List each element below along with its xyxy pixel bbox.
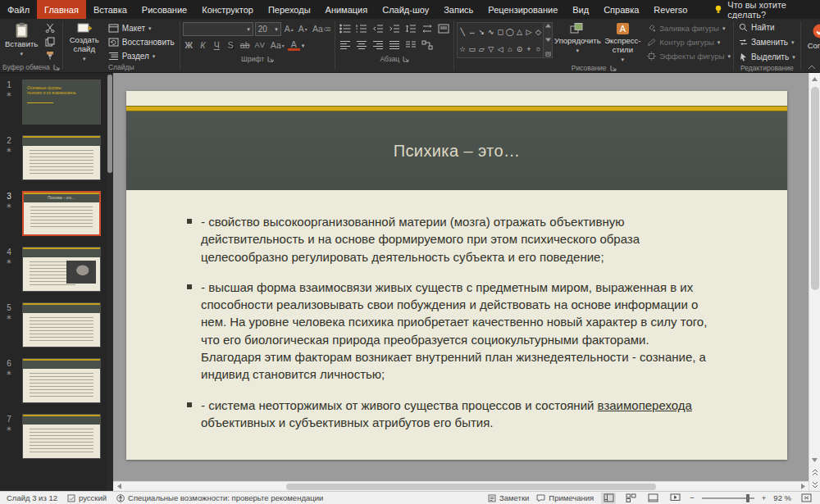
font-size-combobox[interactable]: 20▾ <box>255 22 281 36</box>
shape-parallelogram-icon[interactable]: ▱ <box>479 45 485 53</box>
justify-button[interactable] <box>387 39 402 52</box>
dialog-launcher-icon[interactable] <box>403 56 409 62</box>
bullet-item-1[interactable]: - свойство высокоорганизованной материи … <box>187 213 712 266</box>
zoom-level[interactable]: 92 % <box>773 493 791 502</box>
arrange-button[interactable]: Упорядочить ▾ <box>555 20 599 64</box>
scroll-down-icon[interactable] <box>809 454 820 466</box>
tab-transitions[interactable]: Переходы <box>261 0 318 19</box>
shape-star-icon[interactable]: ☆ <box>459 45 466 53</box>
slide-thumbnail-1[interactable]: Основные формы психики и их взаимосвязь <box>22 79 101 125</box>
tab-insert[interactable]: Вставка <box>86 0 134 19</box>
reset-slide-button[interactable]: Восстановить <box>106 35 177 48</box>
grow-font-button[interactable]: А▴ <box>283 22 295 35</box>
copy-button[interactable] <box>43 35 57 48</box>
shape-curve-icon[interactable]: ∿ <box>488 28 494 36</box>
notes-toggle[interactable]: Заметки <box>488 493 529 502</box>
fit-to-window-button[interactable] <box>799 493 813 504</box>
clear-formatting-button[interactable]: Аа⌫ <box>311 22 332 35</box>
text-direction-button[interactable] <box>420 22 435 35</box>
quick-styles-button[interactable]: A Экспресс-стили ▾ <box>602 20 643 64</box>
slide-thumbnail-4[interactable] <box>22 247 101 292</box>
change-case-button[interactable]: Аа▾ <box>269 39 286 52</box>
section-button[interactable]: Раздел▾ <box>106 49 177 62</box>
language-indicator[interactable]: русский <box>67 493 107 502</box>
align-text-button[interactable] <box>436 22 451 35</box>
tab-animations[interactable]: Анимация <box>318 0 376 19</box>
slideshow-view-button[interactable] <box>667 493 682 504</box>
normal-view-button[interactable] <box>601 493 616 504</box>
shape-arrow-diag-icon[interactable]: ↘ <box>478 28 485 36</box>
select-button[interactable]: Выделить▾ <box>736 50 798 63</box>
shape-line-icon[interactable]: ╲ <box>460 28 464 36</box>
zoom-slider-thumb[interactable] <box>746 494 749 502</box>
replace-button[interactable]: Заменить▾ <box>736 35 798 48</box>
slide-thumbnail-2[interactable] <box>22 135 101 180</box>
slide-title-band[interactable]: Психика – это… <box>126 111 787 190</box>
shape-ellipse-icon[interactable]: ◯ <box>506 28 514 36</box>
shape-right-triangle-icon[interactable]: ▷ <box>526 28 532 36</box>
slide-title[interactable]: Психика – это… <box>394 142 521 161</box>
reverso-correct-button[interactable]: Correct <box>804 20 820 61</box>
zoom-out-button[interactable]: − <box>690 493 695 502</box>
strikethrough-button[interactable]: ab <box>239 39 252 52</box>
line-spacing-button[interactable] <box>403 22 418 35</box>
numbering-button[interactable] <box>354 22 369 35</box>
tab-draw[interactable]: Рисование <box>134 0 194 19</box>
accessibility-checker[interactable]: Специальные возможности: проверьте реком… <box>116 493 323 502</box>
slide-body-placeholder[interactable]: - свойство высокоорганизованной материи … <box>126 190 787 460</box>
slide-thumbnail-3-selected[interactable]: Психика – это… <box>22 191 101 236</box>
shapes-gallery-scrollbar[interactable] <box>544 22 553 58</box>
new-slide-button[interactable]: Создать слайд ▾ <box>66 20 103 63</box>
convert-to-smartart-button[interactable] <box>420 39 435 52</box>
dialog-launcher-icon[interactable] <box>53 64 60 70</box>
shape-triangle-left-icon[interactable]: ◁ <box>498 45 503 53</box>
italic-button[interactable]: К <box>197 39 209 52</box>
tab-reverso[interactable]: Reverso <box>646 0 695 19</box>
horizontal-scrollbar[interactable] <box>113 481 809 491</box>
shape-rectangle-icon[interactable]: ◻ <box>498 28 503 36</box>
slide-thumbnail-7[interactable] <box>22 414 101 459</box>
shape-triangle-icon[interactable]: △ <box>517 28 522 36</box>
shape-outline-button[interactable]: Контур фигуры▾ <box>647 36 731 48</box>
slide-sorter-view-button[interactable] <box>623 493 638 504</box>
slide-canvas[interactable]: Психика – это… - свойство высокоорганизо… <box>126 91 787 460</box>
slide-counter[interactable]: Слайд 3 из 12 <box>7 493 57 502</box>
tab-help[interactable]: Справка <box>596 0 646 19</box>
shape-circle-icon[interactable]: ○ <box>536 45 540 53</box>
thumbnail-row-3[interactable]: 3∗ Психика – это… <box>0 191 105 236</box>
format-painter-button[interactable] <box>43 49 57 62</box>
tab-view[interactable]: Вид <box>565 0 596 19</box>
underline-button[interactable]: Ч <box>211 39 223 52</box>
vertical-scrollbar[interactable] <box>809 73 820 491</box>
thumbnail-row-7[interactable]: 7∗ <box>0 414 105 459</box>
tab-record[interactable]: Запись <box>436 0 481 19</box>
dialog-launcher-icon[interactable] <box>267 56 274 62</box>
previous-slide-button[interactable] <box>809 466 820 479</box>
tab-file[interactable]: Файл <box>0 0 37 19</box>
shrink-font-button[interactable]: А▾ <box>297 22 309 35</box>
slide-thumbnail-6[interactable] <box>22 358 101 403</box>
zoom-slider[interactable] <box>702 497 754 499</box>
reading-view-button[interactable] <box>645 493 660 504</box>
slide-thumbnail-5[interactable] <box>22 302 101 347</box>
font-name-combobox[interactable]: ▾ <box>183 22 253 36</box>
dialog-launcher-icon[interactable] <box>610 65 617 71</box>
shapes-gallery[interactable]: ╲ ↔ ↘ ∿ ◻ ◯ △ ▷ ◇ ☆ ▭ ▱ ▽ ◁ ⌂ <box>457 22 544 58</box>
v-scroll-thumb[interactable] <box>811 87 819 290</box>
zoom-in-button[interactable]: + <box>762 493 767 502</box>
bullet-item-3[interactable]: - система неотторжимых от живого существ… <box>187 397 712 432</box>
tab-design[interactable]: Конструктор <box>194 0 261 19</box>
thumbnail-pane-scrollbar[interactable] <box>107 73 113 491</box>
columns-button[interactable] <box>403 39 418 52</box>
thumbnail-row-4[interactable]: 4∗ <box>0 247 105 292</box>
shape-home-icon[interactable]: ⌂ <box>508 45 512 53</box>
shape-rect-wide-icon[interactable]: ▭ <box>468 45 476 53</box>
shape-plus-icon[interactable]: + <box>526 45 531 53</box>
bullet-item-2[interactable]: - высшая форма взаимосвязи живых существ… <box>187 279 712 384</box>
shape-triangle-down-icon[interactable]: ▽ <box>488 45 494 53</box>
align-center-button[interactable] <box>354 39 369 52</box>
tell-me-search[interactable]: Что вы хотите сделать? <box>714 0 820 19</box>
shape-effects-button[interactable]: Эффекты фигуры▾ <box>647 50 731 61</box>
shape-diamond-icon[interactable]: ◇ <box>535 28 541 36</box>
tab-home[interactable]: Главная <box>37 0 86 19</box>
